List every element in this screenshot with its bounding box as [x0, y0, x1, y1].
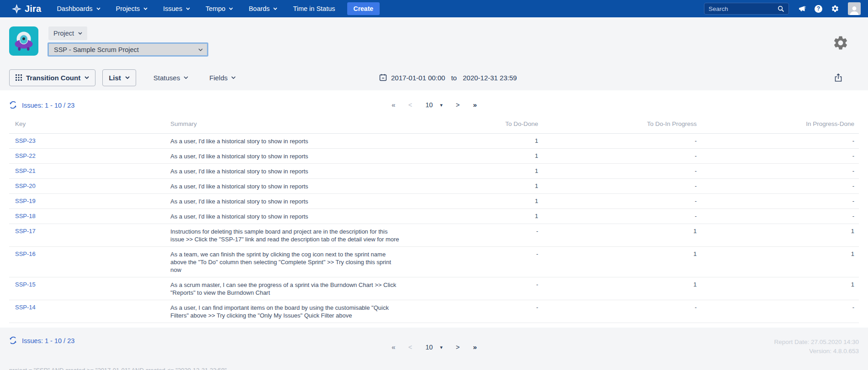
issue-key-link[interactable]: SSP-23 — [15, 137, 36, 144]
value-inprogress-done: - — [698, 179, 859, 194]
caret-down-icon: ▾ — [440, 344, 443, 350]
issue-key-link[interactable]: SSP-19 — [15, 198, 36, 204]
menu-boards[interactable]: Boards — [249, 5, 277, 12]
table-row: SSP-18 As a user, I'd like a historical … — [9, 209, 859, 224]
issue-key-link[interactable]: SSP-21 — [15, 167, 36, 174]
value-todo-inprogress: - — [539, 134, 698, 149]
export-icon[interactable] — [834, 73, 843, 83]
column-header-todo-done[interactable]: To Do-Done — [448, 116, 539, 134]
pagination-last-button[interactable]: » — [473, 101, 476, 109]
fields-dropdown[interactable]: Fields — [209, 74, 236, 82]
value-todo-done: - — [448, 224, 539, 247]
table-row: SSP-19 As a user, I'd like a historical … — [9, 194, 859, 209]
report-toolbar: Transition Count List Statuses Fields 20… — [0, 65, 868, 90]
menu-dashboards[interactable]: Dashboards — [57, 5, 100, 12]
issue-key-link[interactable]: SSP-16 — [15, 250, 36, 257]
issue-key-cell: SSP-15 — [9, 277, 164, 300]
menu-label: Tempo — [206, 5, 226, 12]
menu-time-in-status[interactable]: Time in Status — [293, 5, 335, 12]
project-select[interactable]: SSP - Sample Scrum Project — [48, 43, 207, 56]
search-input[interactable] — [709, 5, 775, 12]
gear-icon[interactable] — [831, 5, 839, 13]
calendar-icon — [379, 74, 387, 82]
issue-key-link[interactable]: SSP-20 — [15, 182, 36, 189]
issue-summary: As a user, I'd like a historical story t… — [170, 198, 447, 205]
megaphone-icon[interactable] — [798, 5, 806, 13]
report-type-dropdown[interactable]: Transition Count — [9, 69, 95, 86]
pagination-next-button[interactable]: > — [456, 344, 460, 351]
value-todo-done: 1 — [448, 209, 539, 224]
page-size-select[interactable]: 10 ▾ — [425, 101, 443, 109]
pagination-prev-button[interactable]: < — [408, 344, 412, 351]
chevron-down-icon — [184, 76, 188, 79]
navbar-icon-group: ? — [798, 2, 861, 15]
issue-table-body: SSP-23 As a user, I'd like a historical … — [9, 134, 859, 323]
issue-key-link[interactable]: SSP-17 — [15, 228, 36, 235]
issue-summary: As a user, I'd like a historical story t… — [170, 182, 447, 190]
refresh-icon[interactable] — [9, 337, 17, 344]
project-header: Project SSP - Sample Scrum Project — [0, 17, 868, 65]
project-avatar[interactable] — [9, 26, 38, 56]
date-separator: to — [451, 74, 457, 82]
issue-key-link[interactable]: SSP-14 — [15, 304, 36, 311]
issue-summary-cell: As a team, we can finish the sprint by c… — [164, 247, 448, 277]
user-avatar[interactable] — [848, 2, 861, 15]
issue-summary-cell: As a user, I'd like a historical story t… — [164, 179, 448, 194]
pagination-first-button[interactable]: « — [392, 343, 395, 351]
menu-projects[interactable]: Projects — [116, 5, 148, 12]
value-todo-done: - — [448, 300, 539, 323]
top-navbar: Jira Dashboards Projects Issues Tempo Bo… — [0, 0, 868, 17]
refresh-icon[interactable] — [9, 101, 17, 109]
search-box[interactable] — [704, 3, 789, 15]
jira-logo[interactable]: Jira — [12, 4, 41, 14]
fields-label: Fields — [209, 74, 228, 82]
pagination-last-button[interactable]: » — [473, 343, 476, 351]
create-button[interactable]: Create — [347, 2, 380, 15]
value-todo-done: 1 — [448, 194, 539, 209]
menu-label: Boards — [249, 5, 270, 12]
main-menu: Dashboards Projects Issues Tempo Boards … — [57, 5, 335, 12]
report-settings-gear-icon[interactable] — [832, 35, 849, 51]
project-type-dropdown[interactable]: Project — [48, 26, 87, 40]
issue-key-link[interactable]: SSP-15 — [15, 281, 36, 288]
issues-table: Key Summary To Do-Done To Do-In Progress… — [9, 116, 859, 323]
view-mode-dropdown[interactable]: List — [102, 69, 136, 86]
menu-tempo[interactable]: Tempo — [206, 5, 233, 12]
value-todo-inprogress: - — [539, 179, 698, 194]
chevron-down-icon — [273, 7, 277, 10]
issue-key-cell: SSP-17 — [9, 224, 164, 247]
issue-key-cell: SSP-20 — [9, 179, 164, 194]
issue-summary-cell: As a user, I'd like a historical story t… — [164, 209, 448, 224]
table-row: SSP-14 As a user, I can find important i… — [9, 300, 859, 323]
issue-key-cell: SSP-23 — [9, 134, 164, 149]
pagination-next-button[interactable]: > — [456, 101, 460, 109]
pagination-prev-button[interactable]: < — [408, 101, 412, 109]
issue-summary-cell: As a user, I'd like a historical story t… — [164, 194, 448, 209]
column-header-todo-inprogress[interactable]: To Do-In Progress — [539, 116, 698, 134]
value-inprogress-done: - — [698, 164, 859, 179]
issue-key-link[interactable]: SSP-18 — [15, 213, 36, 219]
issue-summary: As a user, I can find important items on… — [170, 304, 447, 319]
page-size-select[interactable]: 10 ▾ — [425, 344, 443, 351]
chevron-down-icon — [78, 32, 82, 35]
chevron-down-icon — [186, 7, 190, 10]
menu-issues[interactable]: Issues — [163, 5, 190, 12]
chevron-down-icon — [85, 76, 89, 79]
value-inprogress-done: - — [698, 134, 859, 149]
column-header-key[interactable]: Key — [9, 116, 164, 134]
column-header-inprogress-done[interactable]: In Progress-Done — [698, 116, 859, 134]
column-header-summary[interactable]: Summary — [164, 116, 448, 134]
date-from-value[interactable]: 2017-01-01 00:00 — [391, 74, 445, 82]
jira-logo-icon — [12, 4, 21, 14]
table-header-row: Key Summary To Do-Done To Do-In Progress… — [9, 116, 859, 134]
issue-key-link[interactable]: SSP-22 — [15, 152, 36, 159]
statuses-dropdown[interactable]: Statuses — [153, 74, 188, 82]
value-todo-inprogress: - — [539, 209, 698, 224]
pagination-first-button[interactable]: « — [392, 101, 395, 109]
project-controls: Project SSP - Sample Scrum Project — [48, 26, 207, 65]
issue-key-cell: SSP-19 — [9, 194, 164, 209]
help-icon[interactable]: ? — [815, 5, 822, 13]
value-inprogress-done: - — [698, 149, 859, 164]
date-to-value[interactable]: 2020-12-31 23:59 — [463, 74, 517, 82]
date-range-picker[interactable]: 2017-01-01 00:00 to 2020-12-31 23:59 — [379, 74, 517, 82]
